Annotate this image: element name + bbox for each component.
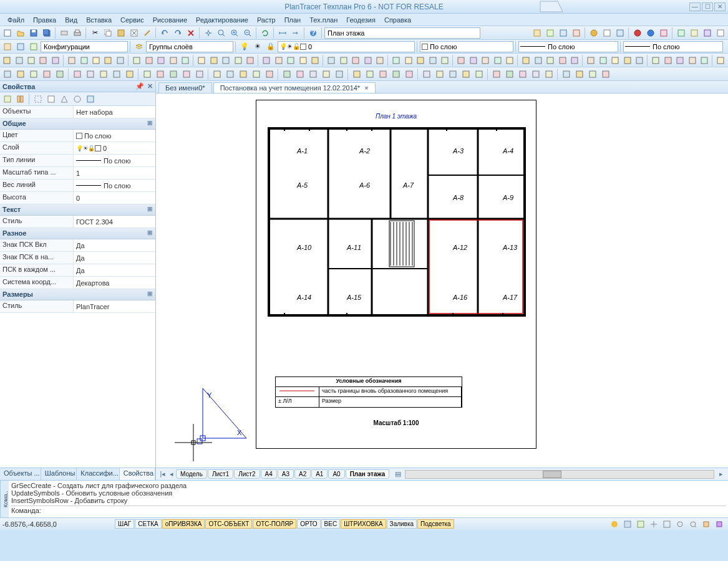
prop-section[interactable]: Текст: [0, 204, 155, 216]
current-layer-combo[interactable]: 💡☀🔓0: [278, 41, 415, 52]
status-toggle-ВЕС[interactable]: ВЕС: [321, 519, 341, 529]
tb3-btn-11[interactable]: [143, 55, 154, 66]
tb1-extra-4[interactable]: [570, 27, 583, 39]
status-icon-7[interactable]: [687, 519, 699, 530]
panel-tab[interactable]: Шаблоны: [41, 468, 77, 480]
tb1-extra-2[interactable]: [544, 27, 556, 39]
panel-tab[interactable]: Объекты ...: [0, 468, 41, 480]
tb4-btn-7[interactable]: [97, 69, 110, 80]
tb3-btn-36[interactable]: [468, 55, 479, 66]
status-toggle-Подсветка[interactable]: Подсветка: [417, 519, 454, 529]
color-combo[interactable]: По слою: [420, 41, 513, 52]
status-icon-8[interactable]: [700, 519, 712, 530]
print-preview-icon[interactable]: [58, 27, 70, 39]
tb3-btn-8[interactable]: [102, 55, 114, 66]
tb1-extra-8[interactable]: [631, 27, 644, 39]
layout-tab[interactable]: Лист2: [234, 469, 260, 479]
zoom-in-icon[interactable]: [228, 27, 241, 39]
tb4-btn-22[interactable]: [307, 69, 319, 80]
panel-tab[interactable]: Классифи...: [77, 468, 119, 480]
tb4-btn-1[interactable]: [14, 69, 27, 80]
menu-Справка[interactable]: Справка: [381, 15, 415, 25]
menu-Геодезия[interactable]: Геодезия: [342, 15, 379, 25]
layout-tab[interactable]: Модель: [176, 469, 207, 479]
tb4-btn-43[interactable]: [599, 69, 612, 80]
tb4-btn-20[interactable]: [281, 69, 293, 80]
doc-tab[interactable]: Без имени0*: [158, 82, 212, 93]
tb4-btn-37[interactable]: [517, 69, 529, 80]
tb4-btn-8[interactable]: [110, 69, 123, 80]
command-history[interactable]: GrSecCreate - Создать лист для графическ…: [9, 481, 728, 517]
tb4-btn-33[interactable]: [460, 69, 472, 80]
tb3-btn-47[interactable]: [609, 55, 621, 66]
undo-icon[interactable]: [158, 27, 171, 39]
status-toggle-ШАГ[interactable]: ШАГ: [115, 519, 134, 529]
status-toggle-ОРТО[interactable]: ОРТО: [297, 519, 320, 529]
tb3-btn-32[interactable]: [415, 55, 426, 66]
tb3-btn-42[interactable]: [545, 55, 556, 66]
tb3-btn-45[interactable]: [585, 55, 596, 66]
tb4-btn-18[interactable]: [250, 69, 263, 80]
tb4-btn-24[interactable]: [333, 69, 346, 80]
tb4-btn-31[interactable]: [434, 69, 446, 80]
status-icon-5[interactable]: [661, 519, 673, 530]
tb3-btn-17[interactable]: [220, 55, 231, 66]
layout-tab[interactable]: A2: [294, 469, 311, 479]
tb3-btn-6[interactable]: [78, 55, 89, 66]
tb4-btn-36[interactable]: [503, 69, 516, 80]
tb3-btn-31[interactable]: [403, 55, 414, 66]
tb3-btn-51[interactable]: [662, 55, 674, 66]
tb4-btn-17[interactable]: [237, 69, 250, 80]
tb3-btn-10[interactable]: [131, 55, 142, 66]
distance-icon[interactable]: [276, 27, 289, 39]
status-toggle-СЕТКА[interactable]: СЕТКА: [135, 519, 162, 529]
delete-icon[interactable]: [185, 27, 197, 39]
menu-Рисование[interactable]: Рисование: [149, 15, 191, 25]
tb1-extra-5[interactable]: [588, 27, 600, 39]
prop-tb-6[interactable]: [71, 94, 84, 105]
tb3-btn-2[interactable]: [26, 55, 37, 66]
linetype-combo[interactable]: По слою: [518, 41, 618, 52]
menu-Сервис[interactable]: Сервис: [117, 15, 148, 25]
close-button[interactable]: ✕: [714, 2, 726, 11]
tb3-btn-48[interactable]: [621, 55, 633, 66]
tb1-extra-9[interactable]: [644, 27, 657, 39]
tb4-btn-39[interactable]: [543, 69, 555, 80]
pan-icon[interactable]: [202, 27, 215, 39]
copy-icon[interactable]: [102, 27, 114, 39]
tb3-btn-24[interactable]: [309, 55, 321, 66]
tb3-btn-39[interactable]: [504, 55, 515, 66]
tb4-btn-42[interactable]: [586, 69, 599, 80]
prop-tb-2[interactable]: [14, 94, 27, 105]
menu-План[interactable]: План: [281, 15, 305, 25]
prop-section[interactable]: Размеры: [0, 289, 155, 300]
status-toggle-ШТРИХОВКА[interactable]: ШТРИХОВКА: [341, 519, 386, 529]
prop-section[interactable]: Общие: [0, 118, 155, 130]
prop-tb-5[interactable]: [58, 94, 70, 105]
save-icon[interactable]: [27, 27, 40, 39]
tb4-btn-28[interactable]: [390, 69, 402, 80]
maximize-button[interactable]: ☐: [702, 2, 713, 11]
tb3-btn-23[interactable]: [297, 55, 308, 66]
tb3-btn-44[interactable]: [569, 55, 580, 66]
tb1-extra-13[interactable]: [701, 27, 714, 39]
tb3-btn-26[interactable]: [338, 55, 349, 66]
layout-tab[interactable]: A4: [261, 469, 277, 479]
tb4-btn-0[interactable]: [1, 69, 14, 80]
panel-close-icon[interactable]: ✕: [147, 82, 153, 90]
layout-first[interactable]: |◂: [158, 470, 167, 478]
layout-next[interactable]: ▤: [394, 470, 402, 478]
menu-Вставка[interactable]: Вставка: [82, 15, 115, 25]
tb3-btn-34[interactable]: [439, 55, 450, 66]
tb3-btn-3[interactable]: [37, 55, 49, 66]
redo-icon[interactable]: [172, 27, 184, 39]
tb4-btn-29[interactable]: [403, 69, 415, 80]
tb4-btn-19[interactable]: [263, 69, 276, 80]
tb3-btn-21[interactable]: [273, 55, 284, 66]
panel-pin-icon[interactable]: 📌: [135, 82, 144, 90]
tb1-extra-11[interactable]: [675, 27, 687, 39]
tb3-btn-40[interactable]: [520, 55, 531, 66]
tb4-btn-14[interactable]: [193, 69, 206, 80]
status-toggle-ОТС-ПОЛЯР[interactable]: ОТС-ПОЛЯР: [253, 519, 296, 529]
tb4-btn-6[interactable]: [84, 69, 97, 80]
